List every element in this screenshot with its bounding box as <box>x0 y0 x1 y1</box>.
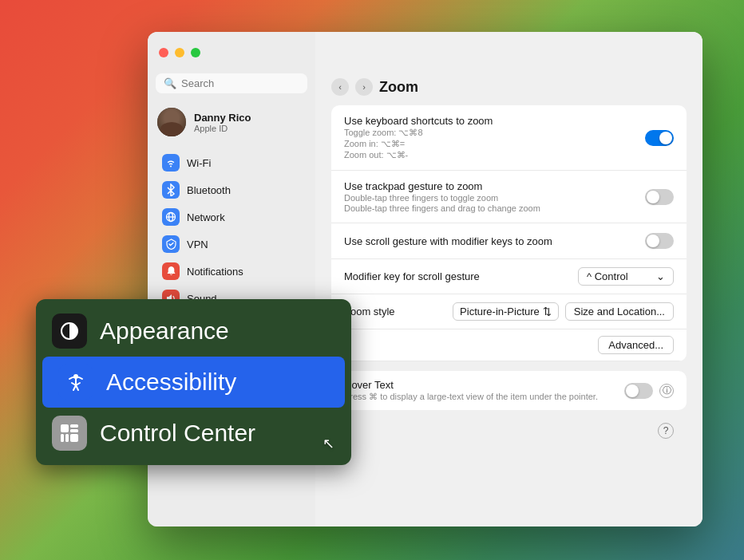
svg-rect-11 <box>61 424 69 432</box>
keyboard-sublabel-3: Zoom out: ⌥⌘- <box>344 150 635 160</box>
info-button[interactable]: ⓘ <box>659 384 674 398</box>
trackpad-sublabel-2: Double-tap three fingers and drag to cha… <box>344 203 635 213</box>
user-name: Danny Rico <box>194 112 251 124</box>
zoomed-accessibility-label: Accessibility <box>106 369 236 396</box>
hover-text-row: Hover Text Press ⌘ to display a large-te… <box>331 371 687 410</box>
avatar <box>157 108 186 136</box>
appearance-icon <box>52 314 87 349</box>
svg-rect-12 <box>70 424 78 428</box>
trackpad-content: Use trackpad gesture to zoom Double-tap … <box>344 180 635 213</box>
size-location-button[interactable]: Size and Location... <box>565 302 674 321</box>
help-row: ? <box>331 420 687 442</box>
keyboard-sublabel-2: Zoom in: ⌥⌘= <box>344 139 635 149</box>
trackpad-label: Use trackpad gesture to zoom <box>344 180 635 192</box>
maximize-button[interactable] <box>191 48 200 57</box>
sidebar-item-notifications[interactable]: Notifications <box>152 258 311 284</box>
scroll-content: Use scroll gesture with modifier keys to… <box>344 235 635 247</box>
svg-rect-16 <box>70 434 78 442</box>
trackpad-sublabel-1: Double-tap three fingers to toggle zoom <box>344 193 635 203</box>
zoomed-item-appearance[interactable]: Appearance <box>36 306 351 357</box>
chevron-down-icon: ⌄ <box>656 270 665 282</box>
close-button[interactable] <box>159 48 168 57</box>
keyboard-shortcuts-row: Use keyboard shortcuts to zoom Toggle zo… <box>331 105 687 171</box>
zoom-options-card: Use keyboard shortcuts to zoom Toggle zo… <box>331 105 687 361</box>
zoom-style-value: Picture-in-Picture <box>460 306 540 317</box>
advanced-row: Advanced... <box>331 329 687 361</box>
sidebar-item-label: Wi-Fi <box>187 157 211 169</box>
hover-text-label: Hover Text <box>344 379 615 391</box>
modifier-key-label: Modifier key for scroll gesture <box>344 270 480 282</box>
zoomed-item-accessibility[interactable]: Accessibility <box>42 357 345 408</box>
hover-text-content: Hover Text Press ⌘ to display a large-te… <box>344 379 615 402</box>
svg-rect-14 <box>61 434 64 442</box>
modifier-key-dropdown[interactable]: ^ Control ⌄ <box>578 267 674 286</box>
trackpad-gesture-row: Use trackpad gesture to zoom Double-tap … <box>331 171 687 223</box>
svg-rect-13 <box>70 429 78 432</box>
vpn-icon <box>162 235 180 253</box>
sidebar-item-label: Network <box>187 211 225 223</box>
zoomed-appearance-label: Appearance <box>100 317 229 345</box>
modifier-key-value: ^ Control <box>587 270 628 282</box>
scroll-toggle[interactable] <box>645 233 674 249</box>
hover-text-toggle[interactable] <box>624 383 653 399</box>
hover-text-card: Hover Text Press ⌘ to display a large-te… <box>331 371 687 410</box>
main-content: ‹ › Zoom Use keyboard shortcuts to zoom … <box>315 32 702 526</box>
notifications-icon <box>162 262 180 280</box>
scroll-label: Use scroll gesture with modifier keys to… <box>344 235 635 247</box>
wifi-icon <box>162 154 180 172</box>
zoom-style-dropdown[interactable]: Picture-in-Picture ⇅ <box>453 302 559 321</box>
content-header: ‹ › Zoom <box>315 73 702 105</box>
trackpad-toggle[interactable] <box>645 189 674 205</box>
keyboard-sublabel-1: Toggle zoom: ⌥⌘8 <box>344 128 635 138</box>
svg-rect-15 <box>65 434 69 442</box>
zoomed-item-controlcenter[interactable]: Control Center <box>36 408 351 459</box>
bluetooth-icon <box>162 181 180 199</box>
hover-controls: ⓘ <box>624 383 674 399</box>
scroll-gesture-row: Use scroll gesture with modifier keys to… <box>331 223 687 259</box>
sidebar-item-label: VPN <box>187 239 208 250</box>
keyboard-shortcuts-content: Use keyboard shortcuts to zoom Toggle zo… <box>344 115 635 160</box>
zoom-style-row: Zoom style Picture-in-Picture ⇅ Size and… <box>331 294 687 329</box>
user-profile[interactable]: Danny Rico Apple ID <box>148 101 315 143</box>
modifier-key-row: Modifier key for scroll gesture ^ Contro… <box>331 259 687 294</box>
content-body: Use keyboard shortcuts to zoom Toggle zo… <box>315 105 702 458</box>
sidebar-item-wifi[interactable]: Wi-Fi <box>152 150 311 175</box>
back-button[interactable]: ‹ <box>331 78 349 96</box>
keyboard-shortcuts-label: Use keyboard shortcuts to zoom <box>344 115 635 127</box>
advanced-button[interactable]: Advanced... <box>598 336 674 354</box>
search-input[interactable] <box>181 77 299 89</box>
search-box[interactable]: 🔍 <box>156 73 307 93</box>
help-button[interactable]: ? <box>658 423 674 439</box>
titlebar <box>148 32 702 73</box>
updown-icon: ⇅ <box>543 306 552 317</box>
zoom-style-label: Zoom style <box>344 306 395 317</box>
sidebar-item-network[interactable]: Network <box>152 204 311 230</box>
controlcenter-icon <box>52 416 87 451</box>
accessibility-icon <box>58 365 93 400</box>
sidebar-item-label: Notifications <box>187 266 243 278</box>
search-icon: 🔍 <box>164 77 176 89</box>
sidebar-item-vpn[interactable]: VPN <box>152 231 311 257</box>
hover-text-sublabel: Press ⌘ to display a large-text view of … <box>344 392 615 402</box>
minimize-button[interactable] <box>175 48 184 57</box>
sidebar-item-bluetooth[interactable]: Bluetooth <box>152 177 311 203</box>
keyboard-shortcuts-toggle[interactable] <box>645 130 674 146</box>
user-info: Danny Rico Apple ID <box>194 112 251 133</box>
page-title: Zoom <box>379 79 418 96</box>
zoomed-controlcenter-label: Control Center <box>100 420 255 447</box>
zoomed-overlay: Appearance Accessibility Contro <box>36 299 351 465</box>
zoom-style-controls: Picture-in-Picture ⇅ Size and Location..… <box>453 302 674 321</box>
network-icon <box>162 208 180 226</box>
sidebar-item-label: Bluetooth <box>187 184 231 196</box>
user-sub: Apple ID <box>194 124 251 133</box>
forward-button[interactable]: › <box>355 78 373 96</box>
